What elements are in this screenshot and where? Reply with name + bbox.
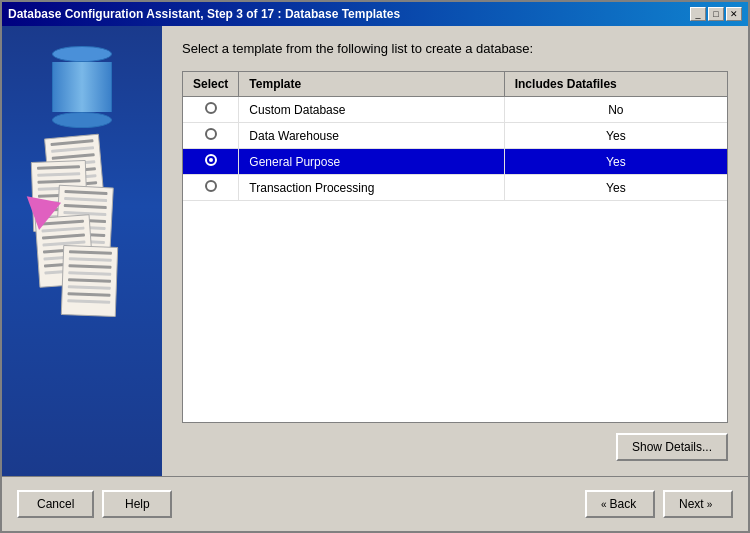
bottom-left-buttons: Cancel Help [17, 490, 172, 518]
instruction-text: Select a template from the following lis… [182, 41, 728, 56]
datafiles-cell: Yes [504, 175, 727, 201]
bottom-bar: Cancel Help « Back Next » [2, 476, 748, 531]
table-row[interactable]: Custom DatabaseNo [183, 97, 727, 123]
maximize-button[interactable]: □ [708, 7, 724, 21]
docs-illustration [17, 136, 147, 316]
show-details-button[interactable]: Show Details... [616, 433, 728, 461]
datafiles-cell: No [504, 97, 727, 123]
radio-cell [183, 123, 239, 149]
next-button[interactable]: Next » [663, 490, 733, 518]
next-arrows-icon: » [707, 499, 713, 510]
radio-cell [183, 149, 239, 175]
window-body: Select a template from the following lis… [2, 26, 748, 476]
radio-dot [205, 128, 217, 140]
cylinder-body [52, 62, 112, 112]
window-title: Database Configuration Assistant, Step 3… [8, 7, 400, 21]
close-button[interactable]: ✕ [726, 7, 742, 21]
radio-dot [205, 102, 217, 114]
cylinder-top [52, 46, 112, 62]
radio-dot [205, 154, 217, 166]
col-header-datafiles: Includes Datafiles [504, 72, 727, 97]
radio-cell [183, 97, 239, 123]
table-row[interactable]: Data WarehouseYes [183, 123, 727, 149]
database-icon [42, 46, 122, 116]
help-button[interactable]: Help [102, 490, 172, 518]
col-header-template: Template [239, 72, 504, 97]
back-button[interactable]: « Back [585, 490, 655, 518]
datafiles-cell: Yes [504, 123, 727, 149]
cancel-button[interactable]: Cancel [17, 490, 94, 518]
cylinder-bottom [52, 112, 112, 128]
bottom-right-buttons: « Back Next » [585, 490, 733, 518]
col-header-select: Select [183, 72, 239, 97]
template-name-cell: Data Warehouse [239, 123, 504, 149]
back-label: Back [610, 497, 637, 511]
template-table-container: Select Template Includes Datafiles Custo… [182, 71, 728, 423]
radio-cell [183, 175, 239, 201]
doc-page-5 [61, 245, 118, 317]
datafiles-cell: Yes [504, 149, 727, 175]
minimize-button[interactable]: _ [690, 7, 706, 21]
radio-dot [205, 180, 217, 192]
template-name-cell: General Purpose [239, 149, 504, 175]
left-panel [2, 26, 162, 476]
show-details-area: Show Details... [182, 433, 728, 461]
table-row[interactable]: General PurposeYes [183, 149, 727, 175]
template-name-cell: Transaction Processing [239, 175, 504, 201]
right-panel: Select a template from the following lis… [162, 26, 748, 476]
window-controls: _ □ ✕ [690, 7, 742, 21]
template-table: Select Template Includes Datafiles Custo… [183, 72, 727, 201]
main-window: Database Configuration Assistant, Step 3… [0, 0, 750, 533]
back-arrows-icon: « [601, 499, 607, 510]
title-bar: Database Configuration Assistant, Step 3… [2, 2, 748, 26]
table-header-row: Select Template Includes Datafiles [183, 72, 727, 97]
table-row[interactable]: Transaction ProcessingYes [183, 175, 727, 201]
template-name-cell: Custom Database [239, 97, 504, 123]
next-label: Next [679, 497, 704, 511]
